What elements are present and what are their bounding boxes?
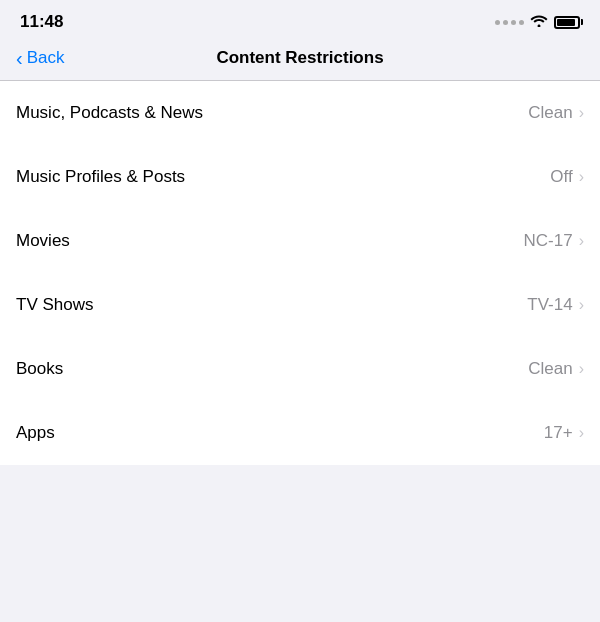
battery-icon: [554, 16, 580, 29]
item-label-music-profiles-posts: Music Profiles & Posts: [16, 167, 185, 187]
bottom-section-divider: [0, 465, 600, 501]
back-label: Back: [27, 48, 65, 68]
settings-list: Music, Podcasts & News Clean › Music Pro…: [0, 81, 600, 465]
list-item[interactable]: Movies NC-17 ›: [0, 209, 600, 273]
item-label-books: Books: [16, 359, 63, 379]
chevron-right-icon: ›: [579, 232, 584, 250]
status-time: 11:48: [20, 12, 63, 32]
item-label-tv-shows: TV Shows: [16, 295, 93, 315]
item-right-tv-shows: TV-14 ›: [527, 295, 584, 315]
wifi-icon: [530, 14, 548, 30]
item-value-movies: NC-17: [524, 231, 573, 251]
chevron-right-icon: ›: [579, 104, 584, 122]
back-chevron-icon: ‹: [16, 48, 23, 68]
item-right-apps: 17+ ›: [544, 423, 584, 443]
chevron-right-icon: ›: [579, 296, 584, 314]
list-item[interactable]: Music Profiles & Posts Off ›: [0, 145, 600, 209]
status-bar: 11:48: [0, 0, 600, 40]
chevron-right-icon: ›: [579, 424, 584, 442]
signal-dot-4: [519, 20, 524, 25]
nav-bar: ‹ Back Content Restrictions: [0, 40, 600, 80]
signal-dot-3: [511, 20, 516, 25]
back-button[interactable]: ‹ Back: [16, 48, 64, 68]
item-value-music-profiles-posts: Off: [550, 167, 572, 187]
item-right-music-profiles-posts: Off ›: [550, 167, 584, 187]
item-label-music-podcasts-news: Music, Podcasts & News: [16, 103, 203, 123]
item-right-books: Clean ›: [528, 359, 584, 379]
signal-dots-icon: [495, 20, 524, 25]
list-item[interactable]: Apps 17+ ›: [0, 401, 600, 465]
list-item[interactable]: TV Shows TV-14 ›: [0, 273, 600, 337]
signal-dot-1: [495, 20, 500, 25]
item-value-tv-shows: TV-14: [527, 295, 572, 315]
item-label-movies: Movies: [16, 231, 70, 251]
item-value-books: Clean: [528, 359, 572, 379]
list-item[interactable]: Books Clean ›: [0, 337, 600, 401]
item-right-music-podcasts-news: Clean ›: [528, 103, 584, 123]
item-label-apps: Apps: [16, 423, 55, 443]
status-icons: [495, 14, 580, 30]
item-right-movies: NC-17 ›: [524, 231, 584, 251]
battery-fill: [557, 19, 575, 26]
page-title: Content Restrictions: [216, 48, 383, 68]
signal-dot-2: [503, 20, 508, 25]
item-value-music-podcasts-news: Clean: [528, 103, 572, 123]
chevron-right-icon: ›: [579, 168, 584, 186]
chevron-right-icon: ›: [579, 360, 584, 378]
item-value-apps: 17+: [544, 423, 573, 443]
list-item[interactable]: Music, Podcasts & News Clean ›: [0, 81, 600, 145]
